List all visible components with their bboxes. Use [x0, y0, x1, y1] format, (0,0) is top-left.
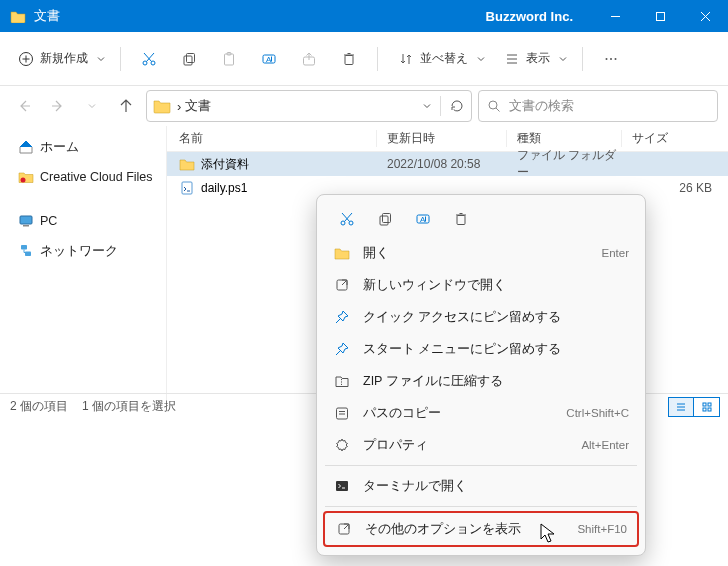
maximize-button[interactable] [638, 0, 683, 32]
svg-point-44 [349, 221, 353, 225]
search-placeholder: 文書の検索 [509, 97, 574, 115]
cm-rename-button[interactable]: A [405, 203, 441, 235]
cm-cut-button[interactable] [329, 203, 365, 235]
search-icon [487, 99, 501, 113]
minimize-button[interactable] [593, 0, 638, 32]
cm-copy-path-shortcut: Ctrl+Shift+C [566, 407, 629, 419]
svg-rect-41 [703, 408, 706, 411]
cm-copy-path[interactable]: パスのコピー Ctrl+Shift+C [323, 397, 639, 429]
view-button[interactable]: 表示 [494, 41, 572, 77]
ellipsis-icon [603, 51, 619, 67]
more-button[interactable] [593, 41, 629, 77]
refresh-icon[interactable] [449, 98, 465, 114]
cm-pin-quick[interactable]: クイック アクセスにピン留めする [323, 301, 639, 333]
rename-icon: A [261, 51, 277, 67]
sort-button[interactable]: 並べ替え [388, 41, 490, 77]
svg-point-28 [489, 101, 497, 109]
cm-delete-button[interactable] [443, 203, 479, 235]
sidebar-item-network[interactable]: ネットワーク [4, 238, 162, 264]
svg-rect-42 [708, 408, 711, 411]
svg-point-25 [606, 58, 608, 60]
header-name[interactable]: 名前 [167, 130, 377, 147]
details-view-button[interactable] [668, 397, 694, 417]
chevron-down-icon[interactable] [422, 101, 432, 111]
share-button[interactable] [291, 41, 327, 77]
context-menu: A 開く Enter 新しいウィンドウで開く クイック アクセスにピン留めする … [316, 194, 646, 556]
svg-rect-47 [380, 216, 388, 225]
sidebar-item-home[interactable]: ホーム [4, 134, 162, 160]
cm-terminal-label: ターミナルで開く [363, 478, 467, 495]
separator [120, 47, 121, 71]
close-button[interactable] [683, 0, 728, 32]
separator [325, 506, 637, 507]
status-selection: 1 個の項目を選択 [82, 398, 176, 415]
sidebar-home-label: ホーム [40, 139, 79, 156]
thumbnails-view-button[interactable] [694, 397, 720, 417]
header-size[interactable]: サイズ [622, 130, 728, 147]
folder-open-icon [334, 246, 350, 260]
svg-rect-1 [657, 12, 665, 20]
pin-icon [334, 309, 350, 325]
svg-rect-35 [182, 182, 192, 194]
view-toggle [668, 397, 720, 417]
cm-new-window[interactable]: 新しいウィンドウで開く [323, 269, 639, 301]
status-count: 2 個の項目 [10, 398, 68, 415]
rename-button[interactable]: A [251, 41, 287, 77]
cm-open-label: 開く [363, 245, 389, 262]
file-name: 添付資料 [201, 156, 249, 173]
separator [582, 47, 583, 71]
header-date[interactable]: 更新日時 [377, 130, 507, 147]
cm-more-options[interactable]: その他のオプションを表示 Shift+F10 [325, 513, 637, 545]
folder-icon [18, 169, 34, 185]
scissors-icon [141, 51, 157, 67]
cm-more-options-label: その他のオプションを表示 [365, 521, 521, 538]
svg-rect-39 [703, 403, 706, 406]
header-type[interactable]: 種類 [507, 130, 622, 147]
svg-rect-60 [336, 481, 348, 491]
cm-copy-button[interactable] [367, 203, 403, 235]
folder-icon [10, 9, 26, 23]
new-window-icon [334, 277, 350, 293]
sidebar-item-creative-cloud[interactable]: Creative Cloud Files [4, 164, 162, 190]
chevron-down-icon [476, 54, 486, 64]
nav-recent-button[interactable] [78, 92, 106, 120]
breadcrumb[interactable]: › 文書 [177, 97, 416, 115]
cut-button[interactable] [131, 41, 167, 77]
svg-point-43 [341, 221, 345, 225]
sidebar-pc-label: PC [40, 214, 57, 228]
nav-back-button[interactable] [10, 92, 38, 120]
svg-point-30 [21, 178, 26, 183]
sidebar-item-pc[interactable]: PC [4, 208, 162, 234]
cm-open[interactable]: 開く Enter [323, 237, 639, 269]
paste-button[interactable] [211, 41, 247, 77]
nav-forward-button[interactable] [44, 92, 72, 120]
nav-up-button[interactable] [112, 92, 140, 120]
crumb-label[interactable]: 文書 [185, 97, 211, 115]
cm-pin-start[interactable]: スタート メニューにピン留めする [323, 333, 639, 365]
network-icon [18, 243, 34, 259]
more-options-icon [336, 521, 352, 537]
scissors-icon [339, 211, 355, 227]
separator [325, 465, 637, 466]
cm-properties-shortcut: Alt+Enter [581, 439, 629, 451]
address-bar[interactable]: › 文書 [146, 90, 472, 122]
cm-terminal[interactable]: ターミナルで開く [323, 470, 639, 502]
copy-icon [377, 211, 393, 227]
title-bar: 文書 Buzzword Inc. [0, 0, 728, 32]
crumb-sep: › [177, 99, 181, 114]
cm-properties-label: プロパティ [363, 437, 428, 454]
trash-icon [453, 211, 469, 227]
copy-button[interactable] [171, 41, 207, 77]
svg-rect-31 [20, 216, 32, 224]
cm-more-options-highlight: その他のオプションを表示 Shift+F10 [323, 511, 639, 547]
file-row[interactable]: 添付資料 2022/10/08 20:58 ファイル フォルダー [167, 152, 728, 176]
cm-zip[interactable]: ZIP ファイルに圧縮する [323, 365, 639, 397]
delete-button[interactable] [331, 41, 367, 77]
search-input[interactable]: 文書の検索 [478, 90, 718, 122]
list-icon [504, 51, 520, 67]
svg-rect-32 [23, 225, 29, 227]
cm-properties[interactable]: プロパティ Alt+Enter [323, 429, 639, 461]
nav-row: › 文書 文書の検索 [0, 86, 728, 126]
new-button[interactable]: 新規作成 [8, 41, 110, 77]
svg-rect-11 [184, 56, 192, 65]
